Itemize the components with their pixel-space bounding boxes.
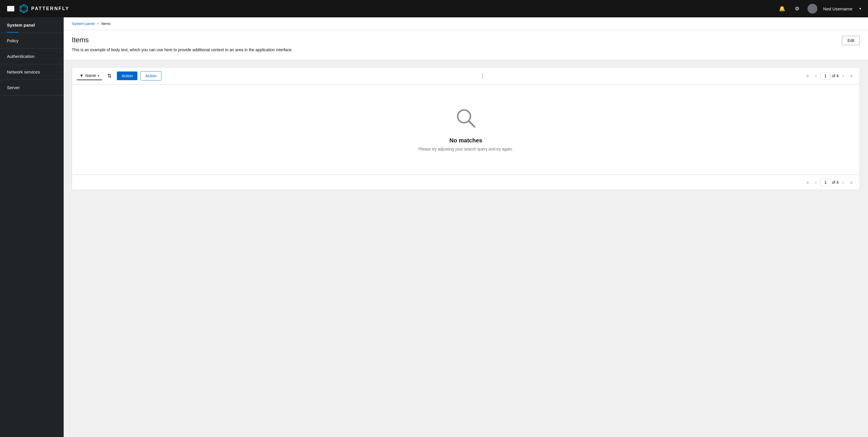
edit-button[interactable]: Edit: [842, 36, 860, 45]
pagination-bottom-of-label: of 4: [832, 180, 838, 185]
pagination-bottom: « ‹ of 4 › »: [804, 178, 855, 186]
sidebar: System panel Policy Authentication Netwo…: [0, 18, 64, 437]
pagination-of-label: of 4: [832, 73, 838, 78]
settings-icon: ⚙: [795, 5, 799, 12]
table-toolbar-bottom: « ‹ of 4 › »: [72, 175, 860, 190]
pagination-prev-button[interactable]: ‹: [812, 72, 819, 80]
svg-marker-1: [22, 6, 26, 11]
pagination-bottom-prev-button[interactable]: ‹: [813, 178, 819, 186]
hamburger-menu[interactable]: [7, 6, 14, 11]
notification-button[interactable]: 🔔: [777, 4, 787, 13]
table-toolbar-top: ▼ Name ▾ ⇅ Action Action ⋮ « ‹: [72, 67, 860, 85]
filter-button[interactable]: ▼ Name ▾: [77, 71, 102, 80]
content-area: ▼ Name ▾ ⇅ Action Action ⋮ « ‹: [64, 60, 868, 437]
kebab-menu-button[interactable]: ⋮: [478, 71, 488, 81]
sidebar-item-system-panel[interactable]: System panel: [0, 18, 64, 33]
pagination-bottom-page-input[interactable]: [820, 179, 831, 186]
page-description: This is an example of body text, which y…: [72, 47, 842, 53]
pagination-bottom-first-button[interactable]: «: [804, 178, 812, 186]
pagination-bottom-next-button[interactable]: ›: [840, 178, 846, 186]
sort-icon: ⇅: [107, 73, 112, 79]
sidebar-item-network-services[interactable]: Network services: [0, 64, 64, 80]
table-container: ▼ Name ▾ ⇅ Action Action ⋮ « ‹: [72, 67, 860, 190]
username-label: Ned Username: [823, 6, 852, 11]
sort-button[interactable]: ⇅: [105, 71, 114, 81]
pagination-top: « ‹ of 4 › »: [804, 72, 855, 80]
filter-chevron-icon: ▾: [98, 74, 99, 77]
filter-label: Name: [85, 73, 96, 78]
page-header-left: Items This is an example of body text, w…: [72, 36, 842, 53]
page-title: Items: [72, 36, 842, 44]
no-matches-description: Please try adjusting your search query a…: [418, 147, 513, 151]
pagination-page-input[interactable]: [820, 72, 831, 80]
svg-line-9: [469, 121, 474, 127]
top-navigation: PATTERNFLY 🔔 ⚙ Ned Username ▾: [0, 0, 868, 18]
breadcrumb-current: Items: [101, 22, 111, 26]
sidebar-item-server[interactable]: Server: [0, 80, 64, 95]
settings-button[interactable]: ⚙: [793, 4, 802, 13]
pagination-last-button[interactable]: »: [847, 72, 855, 80]
no-matches-title: No matches: [450, 137, 482, 144]
nav-right-section: 🔔 ⚙ Ned Username ▾: [777, 4, 861, 13]
empty-state: No matches Please try adjusting your sea…: [72, 85, 860, 175]
app-body: System panel Policy Authentication Netwo…: [0, 18, 868, 437]
pagination-bottom-last-button[interactable]: »: [847, 178, 855, 186]
breadcrumb-parent-link[interactable]: System panel: [72, 22, 95, 26]
brand-name: PATTERNFLY: [31, 6, 69, 11]
notification-icon: 🔔: [779, 5, 785, 12]
user-dropdown-arrow[interactable]: ▾: [859, 7, 861, 11]
sidebar-item-authentication[interactable]: Authentication: [0, 49, 64, 64]
action-primary-button[interactable]: Action: [117, 71, 137, 80]
main-content: System panel > Items Items This is an ex…: [64, 18, 868, 437]
pagination-next-button[interactable]: ›: [840, 72, 846, 80]
sidebar-item-policy[interactable]: Policy: [0, 33, 64, 49]
patternfly-logo-icon: [19, 4, 28, 13]
filter-icon: ▼: [80, 73, 84, 78]
breadcrumb: System panel > Items: [64, 18, 868, 30]
avatar: [808, 4, 817, 13]
action-secondary-button[interactable]: Action: [140, 71, 161, 81]
page-header: Items This is an example of body text, w…: [64, 30, 868, 60]
brand-logo: PATTERNFLY: [19, 4, 69, 13]
breadcrumb-separator: >: [97, 22, 99, 26]
no-matches-icon: [456, 108, 476, 131]
pagination-first-button[interactable]: «: [804, 72, 812, 80]
